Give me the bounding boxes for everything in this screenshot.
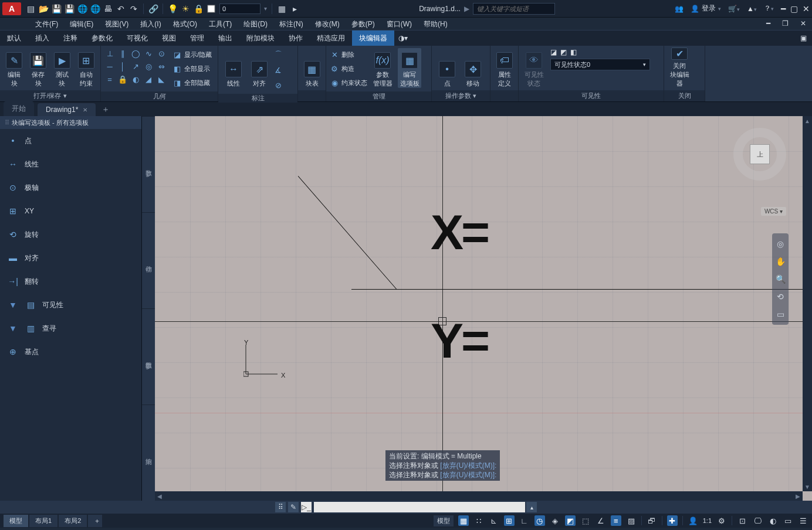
sym-icon[interactable]: ⇔ [156,61,167,72]
tab-extra-icon[interactable]: ◑▾ [394,30,412,46]
web-open-icon[interactable]: 🌐 [77,4,87,13]
block-table-button[interactable]: ▦块表 [302,48,322,88]
auto-constrain-button[interactable]: ⊞自动 约束 [75,48,97,88]
authoring-palette-button[interactable]: ▦编写 选项板 [398,48,421,88]
constraint-status-button[interactable]: ◉约束状态 [330,76,367,89]
palette-rotate[interactable]: ⟲旋转 [0,223,141,246]
concen-icon[interactable]: ◎ [143,61,154,72]
doc-minimize-icon[interactable]: ━ [760,18,776,30]
colin-icon[interactable]: ↗ [130,61,141,72]
tangent-icon[interactable]: ◯ [130,48,141,59]
palette-polar[interactable]: ⊙极轴 [0,176,141,199]
status-iso-icon[interactable]: ◈ [550,515,560,526]
menu-param[interactable]: 参数(P) [346,18,381,30]
cart-icon[interactable]: 🛒▾ [728,5,740,13]
menu-modify[interactable]: 修改(M) [309,18,346,30]
open-icon[interactable]: 📂 [39,4,48,13]
tab-block-editor[interactable]: 块编辑器 [352,30,394,46]
palette-flip[interactable]: →|翻转 [0,270,141,293]
fix-icon[interactable]: 🔒 [117,74,128,84]
layout-tab-1[interactable]: 布局1 [29,515,57,527]
close-icon[interactable]: ✕ [803,4,810,13]
linear-button[interactable]: ↔线性 [222,48,245,88]
minimize-icon[interactable]: ━ [781,4,786,13]
tab-output[interactable]: 输出 [211,30,239,46]
status-3dosnap-icon[interactable]: ⬚ [580,515,591,526]
dim-i3[interactable]: ⊘ [273,79,283,91]
add-tab-button[interactable]: ＋ [99,103,112,116]
status-gear-icon[interactable]: ⚙ [716,515,727,526]
app-store-icon[interactable]: ▲▾ [747,5,757,13]
doc-tab-start[interactable]: 开始 [4,101,34,116]
save-icon[interactable]: 💾 [52,4,61,13]
properties-icon[interactable]: ▦ [277,4,286,13]
status-polar-icon[interactable]: ◷ [534,515,545,526]
point-button[interactable]: •点 [435,48,459,88]
panel-title-op[interactable]: 操作参数 ▾ [432,90,490,101]
drawing-canvas[interactable]: X= Y= Y X 上 WCS ▾ ◎ ✋ 🔍 ⟲ ▭ 当前设置: 编辑模式 =… [155,116,803,491]
align-button[interactable]: ⇗对齐 [248,48,271,88]
menu-file[interactable]: 文件(F) [29,18,64,30]
dim-i2[interactable]: ∡ [273,63,283,76]
status-monitor-icon[interactable]: 🖵 [752,515,763,526]
redo-icon[interactable]: ↷ [129,4,138,13]
new-icon[interactable]: ▤ [26,4,35,13]
status-infer-icon[interactable]: ⊾ [489,515,499,526]
status-scale[interactable]: 1:1 [703,517,712,524]
cmd-customize-icon[interactable]: ✎ [288,502,299,512]
tab-collab[interactable]: 协作 [282,30,310,46]
status-dyn-icon[interactable]: ⊞ [504,515,515,526]
panel-title-open[interactable]: 打开/保存 ▾ [0,90,100,101]
palette-visibility[interactable]: ▼▤可见性 [0,293,141,317]
saveas-icon[interactable]: 💾 [65,4,74,13]
menu-draw[interactable]: 绘图(D) [238,18,273,30]
tab-default[interactable]: 默认 [0,30,28,46]
menu-dim[interactable]: 标注(N) [273,18,309,30]
layout-tab-model[interactable]: 模型 [4,515,28,527]
help-icon[interactable]: ？▾ [764,4,774,13]
menu-edit[interactable]: 编辑(E) [64,18,99,30]
scrollbar-vertical[interactable]: ▲▼ [803,116,812,491]
menu-window[interactable]: 窗口(W) [381,18,418,30]
geom-icon-b[interactable]: ◢ [143,74,154,84]
coinc-icon[interactable]: ⊙ [156,48,167,59]
attr-def-button[interactable]: 🏷属性 定义 [494,48,515,88]
side-tab-params[interactable]: 参数 [142,116,155,212]
palette-align[interactable]: ▬对齐 [0,246,141,270]
cmd-expand-icon[interactable]: ▴ [526,502,537,512]
vis-icon-1[interactable]: ◪ [550,48,557,56]
smooth-icon[interactable]: ∿ [143,48,154,59]
side-tab-paramsets[interactable]: 参数组 [142,308,155,405]
status-grid-icon[interactable]: ▦ [458,515,469,526]
ribbon-collapse-icon[interactable]: ▣ [794,30,812,46]
edit-block-button[interactable]: ✎编辑 块 [4,48,25,88]
dim-i1[interactable]: ⌒ [273,48,283,61]
tab-express[interactable]: 精选应用 [310,30,352,46]
maximize-icon[interactable]: ▢ [790,4,798,13]
status-snap-icon[interactable]: ∷ [473,515,484,526]
status-annomonitor-icon[interactable]: ✚ [667,515,678,526]
palette-lookup[interactable]: ▼▥查寻 [0,317,141,340]
layout-tab-2[interactable]: 布局2 [59,515,87,527]
construct-button[interactable]: ⚙构造 [330,62,367,75]
tab-parametric[interactable]: 参数化 [84,30,120,46]
status-osnap-icon[interactable]: ◩ [565,515,576,526]
scrollbar-horizontal[interactable]: ◀▶ [155,491,803,501]
nav-zoom-icon[interactable]: 🔍 [774,273,786,285]
equal-icon[interactable]: = [104,74,115,84]
delete-button[interactable]: ✕删除 [330,48,367,61]
cmd-history-icon[interactable]: ⠿ [275,502,286,512]
cmd-prompt-icon[interactable]: ▷_ [301,502,312,512]
layer-color-swatch[interactable] [207,4,216,13]
status-cycling-icon[interactable]: 🗗 [647,515,657,526]
vert-icon[interactable]: │ [117,61,128,72]
web-save-icon[interactable]: 🌐 [90,4,100,13]
wcs-dropdown[interactable]: WCS ▾ [761,207,786,216]
palette-linear[interactable]: ↔线性 [0,152,141,176]
param-manager-button[interactable]: f(x)参数 管理器 [371,48,394,88]
move-button[interactable]: ✥移动 [461,48,485,88]
vis-icon-3[interactable]: ◧ [570,48,577,56]
nav-orbit-icon[interactable]: ⟲ [774,291,786,303]
connect-icon[interactable]: 👥 [675,5,684,13]
status-otrack-icon[interactable]: ∠ [596,515,606,526]
